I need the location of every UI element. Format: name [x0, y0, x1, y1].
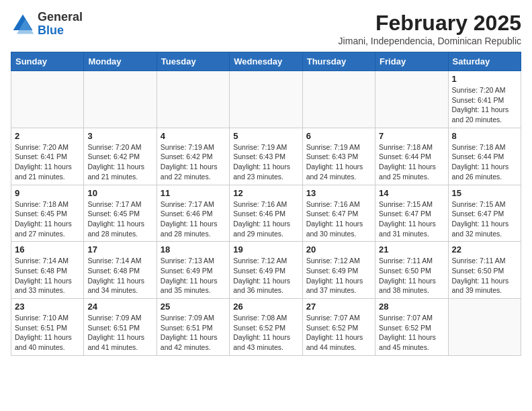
day-info: Sunrise: 7:13 AM Sunset: 6:49 PM Dayligh…	[161, 256, 226, 295]
calendar-cell: 28Sunrise: 7:07 AM Sunset: 6:52 PM Dayli…	[375, 299, 448, 356]
calendar-cell: 3Sunrise: 7:20 AM Sunset: 6:42 PM Daylig…	[84, 128, 157, 185]
header-row: SundayMondayTuesdayWednesdayThursdayFrid…	[11, 52, 521, 71]
day-number: 9	[15, 188, 80, 198]
calendar-body: 1Sunrise: 7:20 AM Sunset: 6:41 PM Daylig…	[11, 71, 521, 356]
day-number: 1	[452, 74, 517, 84]
day-number: 10	[87, 188, 152, 198]
calendar-cell: 13Sunrise: 7:16 AM Sunset: 6:47 PM Dayli…	[302, 185, 375, 242]
calendar-cell: 21Sunrise: 7:11 AM Sunset: 6:50 PM Dayli…	[375, 242, 448, 299]
month-title: February 2025	[339, 11, 521, 36]
calendar-cell: 7Sunrise: 7:18 AM Sunset: 6:44 PM Daylig…	[375, 128, 448, 185]
day-info: Sunrise: 7:12 AM Sunset: 6:49 PM Dayligh…	[233, 256, 298, 295]
day-number: 8	[452, 131, 517, 141]
day-number: 23	[15, 302, 80, 312]
day-info: Sunrise: 7:14 AM Sunset: 6:48 PM Dayligh…	[15, 256, 80, 295]
day-number: 16	[15, 244, 80, 255]
day-info: Sunrise: 7:19 AM Sunset: 6:42 PM Dayligh…	[161, 142, 226, 182]
calendar-cell: 20Sunrise: 7:12 AM Sunset: 6:49 PM Dayli…	[302, 242, 375, 299]
day-number: 4	[161, 131, 226, 141]
day-info: Sunrise: 7:17 AM Sunset: 6:45 PM Dayligh…	[87, 199, 152, 239]
day-number: 14	[379, 188, 444, 198]
calendar-cell: 4Sunrise: 7:19 AM Sunset: 6:42 PM Daylig…	[157, 128, 229, 185]
day-info: Sunrise: 7:10 AM Sunset: 6:51 PM Dayligh…	[15, 313, 80, 353]
day-info: Sunrise: 7:11 AM Sunset: 6:50 PM Dayligh…	[379, 256, 444, 295]
day-info: Sunrise: 7:19 AM Sunset: 6:43 PM Dayligh…	[233, 142, 298, 182]
day-info: Sunrise: 7:18 AM Sunset: 6:44 PM Dayligh…	[452, 142, 517, 182]
day-number: 28	[379, 302, 444, 312]
day-number: 24	[87, 302, 152, 312]
calendar-header: SundayMondayTuesdayWednesdayThursdayFrid…	[11, 52, 521, 71]
logo-general-text: General	[38, 11, 83, 24]
calendar-cell: 19Sunrise: 7:12 AM Sunset: 6:49 PM Dayli…	[230, 242, 302, 299]
day-info: Sunrise: 7:09 AM Sunset: 6:51 PM Dayligh…	[87, 313, 152, 353]
day-info: Sunrise: 7:07 AM Sunset: 6:52 PM Dayligh…	[306, 313, 371, 353]
day-number: 17	[87, 244, 152, 255]
calendar-cell: 25Sunrise: 7:09 AM Sunset: 6:51 PM Dayli…	[157, 299, 229, 356]
calendar-cell	[302, 71, 375, 128]
day-info: Sunrise: 7:16 AM Sunset: 6:47 PM Dayligh…	[306, 199, 371, 239]
header: General Blue February 2025 Jimani, Indep…	[11, 11, 521, 46]
day-info: Sunrise: 7:20 AM Sunset: 6:41 PM Dayligh…	[15, 142, 80, 182]
calendar-cell: 2Sunrise: 7:20 AM Sunset: 6:41 PM Daylig…	[11, 128, 84, 185]
day-number: 7	[379, 131, 444, 141]
calendar-cell: 17Sunrise: 7:14 AM Sunset: 6:48 PM Dayli…	[84, 242, 157, 299]
title-area: February 2025 Jimani, Independencia, Dom…	[339, 11, 521, 46]
subtitle: Jimani, Independencia, Dominican Republi…	[339, 36, 521, 46]
calendar-week-3: 9Sunrise: 7:18 AM Sunset: 6:45 PM Daylig…	[11, 185, 521, 242]
calendar-week-4: 16Sunrise: 7:14 AM Sunset: 6:48 PM Dayli…	[11, 242, 521, 299]
header-day-tuesday: Tuesday	[157, 52, 229, 71]
day-number: 6	[306, 131, 371, 141]
day-number: 26	[233, 302, 298, 312]
day-number: 12	[233, 188, 298, 198]
calendar-cell: 15Sunrise: 7:15 AM Sunset: 6:47 PM Dayli…	[448, 185, 521, 242]
calendar-cell: 22Sunrise: 7:11 AM Sunset: 6:50 PM Dayli…	[448, 242, 521, 299]
calendar-cell: 12Sunrise: 7:16 AM Sunset: 6:46 PM Dayli…	[230, 185, 302, 242]
day-info: Sunrise: 7:08 AM Sunset: 6:52 PM Dayligh…	[233, 313, 298, 353]
calendar-cell	[448, 299, 521, 356]
calendar-cell	[230, 71, 302, 128]
calendar-cell: 24Sunrise: 7:09 AM Sunset: 6:51 PM Dayli…	[84, 299, 157, 356]
header-day-wednesday: Wednesday	[230, 52, 302, 71]
calendar-table: SundayMondayTuesdayWednesdayThursdayFrid…	[11, 52, 521, 356]
calendar-cell	[375, 71, 448, 128]
logo: General Blue	[11, 11, 83, 38]
calendar-cell: 5Sunrise: 7:19 AM Sunset: 6:43 PM Daylig…	[230, 128, 302, 185]
day-info: Sunrise: 7:19 AM Sunset: 6:43 PM Dayligh…	[306, 142, 371, 182]
day-number: 2	[15, 131, 80, 141]
calendar-week-2: 2Sunrise: 7:20 AM Sunset: 6:41 PM Daylig…	[11, 128, 521, 185]
calendar-cell: 26Sunrise: 7:08 AM Sunset: 6:52 PM Dayli…	[230, 299, 302, 356]
calendar-cell	[157, 71, 229, 128]
day-info: Sunrise: 7:12 AM Sunset: 6:49 PM Dayligh…	[306, 256, 371, 295]
header-day-thursday: Thursday	[302, 52, 375, 71]
calendar-cell: 16Sunrise: 7:14 AM Sunset: 6:48 PM Dayli…	[11, 242, 84, 299]
day-number: 20	[306, 244, 371, 255]
day-info: Sunrise: 7:20 AM Sunset: 6:42 PM Dayligh…	[87, 142, 152, 182]
calendar-cell: 18Sunrise: 7:13 AM Sunset: 6:49 PM Dayli…	[157, 242, 229, 299]
day-info: Sunrise: 7:20 AM Sunset: 6:41 PM Dayligh…	[452, 85, 517, 125]
day-info: Sunrise: 7:17 AM Sunset: 6:46 PM Dayligh…	[161, 199, 226, 239]
calendar-week-5: 23Sunrise: 7:10 AM Sunset: 6:51 PM Dayli…	[11, 299, 521, 356]
logo-blue-text: Blue	[38, 24, 83, 38]
day-info: Sunrise: 7:15 AM Sunset: 6:47 PM Dayligh…	[452, 199, 517, 239]
calendar-cell: 9Sunrise: 7:18 AM Sunset: 6:45 PM Daylig…	[11, 185, 84, 242]
calendar-cell: 27Sunrise: 7:07 AM Sunset: 6:52 PM Dayli…	[302, 299, 375, 356]
calendar-cell: 6Sunrise: 7:19 AM Sunset: 6:43 PM Daylig…	[302, 128, 375, 185]
day-number: 21	[379, 244, 444, 255]
day-number: 15	[452, 188, 517, 198]
header-day-friday: Friday	[375, 52, 448, 71]
header-day-monday: Monday	[84, 52, 157, 71]
day-number: 18	[161, 244, 226, 255]
calendar-week-1: 1Sunrise: 7:20 AM Sunset: 6:41 PM Daylig…	[11, 71, 521, 128]
day-info: Sunrise: 7:16 AM Sunset: 6:46 PM Dayligh…	[233, 199, 298, 239]
calendar-cell: 8Sunrise: 7:18 AM Sunset: 6:44 PM Daylig…	[448, 128, 521, 185]
logo-icon	[11, 12, 35, 36]
day-info: Sunrise: 7:11 AM Sunset: 6:50 PM Dayligh…	[452, 256, 517, 295]
day-number: 13	[306, 188, 371, 198]
day-info: Sunrise: 7:14 AM Sunset: 6:48 PM Dayligh…	[87, 256, 152, 295]
day-number: 3	[87, 131, 152, 141]
calendar-cell: 23Sunrise: 7:10 AM Sunset: 6:51 PM Dayli…	[11, 299, 84, 356]
calendar-cell: 10Sunrise: 7:17 AM Sunset: 6:45 PM Dayli…	[84, 185, 157, 242]
calendar-cell	[11, 71, 84, 128]
calendar-cell: 1Sunrise: 7:20 AM Sunset: 6:41 PM Daylig…	[448, 71, 521, 128]
calendar-cell	[84, 71, 157, 128]
